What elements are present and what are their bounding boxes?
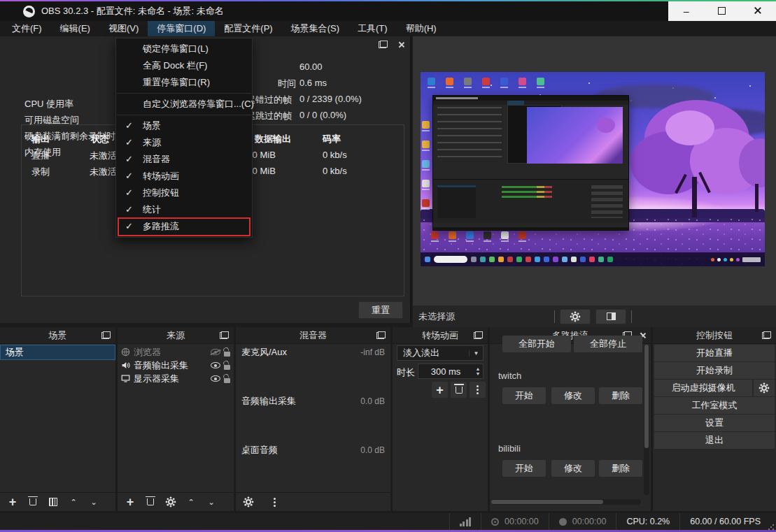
add-source-button[interactable]: + <box>123 495 137 509</box>
start-recording-button[interactable]: 开始录制 <box>654 362 775 379</box>
start-virtual-camera-button[interactable]: 启动虚拟摄像机 <box>654 380 752 396</box>
menu-item-controls[interactable]: ✓控制按钮 <box>116 185 252 201</box>
channel-name: 音频输出采集 <box>241 395 296 408</box>
stats-float-icon[interactable] <box>379 41 388 48</box>
menu-profile[interactable]: 配置文件(P) <box>215 21 281 36</box>
advanced-audio-button[interactable] <box>241 495 255 509</box>
transition-select[interactable]: 淡入淡出 ▼ <box>397 345 484 361</box>
menu-item-reset-docks[interactable]: ✓重置停靠窗口(R) <box>116 74 252 91</box>
mixer-float-icon[interactable] <box>376 331 386 339</box>
transitions-float-icon[interactable] <box>474 331 483 339</box>
scene-item-selected[interactable]: 场景 <box>0 345 115 360</box>
visibility-icon[interactable] <box>211 375 220 382</box>
transition-menu-button[interactable] <box>470 382 486 398</box>
duration-spinner[interactable]: 300 ms ▲▼ <box>418 364 484 379</box>
sources-float-icon[interactable] <box>220 331 229 339</box>
bilibili-edit-button[interactable]: 修改 <box>551 460 595 477</box>
menu-edit[interactable]: 编辑(E) <box>51 21 99 36</box>
close-icon <box>754 6 762 15</box>
stop-all-button[interactable]: 全部停止 <box>574 336 642 352</box>
menu-file[interactable]: 文件(F) <box>3 21 51 36</box>
col-status: 状态 <box>91 133 109 145</box>
menu-help[interactable]: 帮助(H) <box>397 21 446 36</box>
source-down-button[interactable]: ⌄ <box>204 495 218 509</box>
studio-mode-button[interactable]: 工作室模式 <box>654 397 775 414</box>
minimize-button[interactable]: – <box>672 6 700 17</box>
twitch-delete-button[interactable]: 删除 <box>599 387 642 404</box>
maximize-button[interactable] <box>708 6 736 17</box>
bilibili-start-button[interactable]: 开始 <box>502 460 546 477</box>
unlock-icon[interactable] <box>224 365 230 370</box>
source-row-display-capture[interactable]: 显示器采集 <box>118 372 234 385</box>
exit-button[interactable]: 退出 <box>654 432 775 449</box>
menu-item-custom-browser-docks[interactable]: ✓自定义浏览器停靠窗口...(C) <box>116 96 252 113</box>
desktop-icon <box>500 78 508 85</box>
controls-float-icon[interactable] <box>762 331 771 339</box>
preview-canvas[interactable] <box>421 72 765 266</box>
add-scene-button[interactable]: + <box>6 495 20 509</box>
menu-item-full-height-dock[interactable]: ✓全高 Dock 栏(F) <box>116 57 252 74</box>
source-row-audio-output[interactable]: 音频输出采集 <box>118 359 234 372</box>
scene-up-button[interactable]: ⌃ <box>66 495 80 509</box>
mixer-menu-button[interactable] <box>267 495 281 509</box>
wallpaper-taskbar <box>421 252 765 266</box>
twitch-start-button[interactable]: 开始 <box>502 387 546 404</box>
source-properties-button[interactable] <box>164 495 178 509</box>
source-up-button[interactable]: ⌃ <box>184 495 198 509</box>
remove-source-button[interactable] <box>143 495 157 509</box>
start-streaming-button[interactable]: 开始直播 <box>654 345 775 361</box>
live-dot-icon <box>491 518 499 526</box>
scenes-dock-header[interactable]: 场景 <box>0 327 115 344</box>
tree-trunk <box>692 177 697 217</box>
menu-item-mixer[interactable]: ✓混音器 <box>116 151 252 168</box>
menu-tools[interactable]: 工具(T) <box>348 21 397 36</box>
scenes-float-icon[interactable] <box>101 331 111 339</box>
spin-up-icon[interactable]: ▲ <box>476 366 481 371</box>
scene-filters-button[interactable] <box>46 495 60 509</box>
unlock-icon[interactable] <box>224 378 230 383</box>
sources-dock: 来源 浏览器 音频输出采集 显示器采集 + ⌃ ⌄ <box>118 327 234 511</box>
menu-item-stats[interactable]: ✓统计 <box>116 201 252 218</box>
reset-button[interactable]: 重置 <box>358 301 403 319</box>
start-all-button[interactable]: 全部开始 <box>502 336 571 352</box>
menu-scene-collection[interactable]: 场景集合(S) <box>282 21 348 36</box>
controls-dock: 控制按钮 开始直播 开始录制 启动虚拟摄像机 工作室模式 设置 退出 <box>653 327 776 511</box>
menu-item-lock-docks[interactable]: ✓锁定停靠窗口(L) <box>116 41 252 57</box>
desktop-icon <box>464 78 472 85</box>
stat-rendertime-label: 时间 <box>278 78 296 90</box>
visibility-icon[interactable] <box>211 362 220 368</box>
stats-close-icon[interactable] <box>397 41 404 48</box>
vertical-scrollbar[interactable] <box>644 345 649 495</box>
scene-down-button[interactable]: ⌄ <box>87 495 101 509</box>
menu-item-sources[interactable]: ✓来源 <box>116 134 252 151</box>
split-panel-icon <box>607 312 616 320</box>
visibility-off-icon[interactable] <box>211 349 220 355</box>
source-name: 浏览器 <box>134 346 207 359</box>
settings-button[interactable]: 设置 <box>654 415 775 431</box>
menu-view[interactable]: 视图(V) <box>99 21 148 36</box>
twitch-edit-button[interactable]: 修改 <box>551 387 595 404</box>
menu-docks[interactable]: 停靠窗口(D) <box>148 21 215 36</box>
mixer-dock-header[interactable]: 混音器 <box>236 327 390 344</box>
virtual-camera-settings-button[interactable] <box>754 380 775 396</box>
close-button[interactable] <box>744 6 772 17</box>
sources-dock-header[interactable]: 来源 <box>118 327 234 344</box>
menu-separator <box>117 115 251 115</box>
add-transition-button[interactable]: + <box>432 382 448 398</box>
preview-split-button[interactable] <box>595 309 626 324</box>
remove-scene-button[interactable] <box>26 495 40 509</box>
spin-down-icon[interactable]: ▼ <box>476 371 481 376</box>
maximize-icon <box>718 7 726 15</box>
menu-item-transitions[interactable]: ✓转场动画 <box>116 168 252 185</box>
menu-item-scenes[interactable]: ✓场景 <box>116 117 252 134</box>
controls-dock-header[interactable]: 控制按钮 <box>653 327 776 344</box>
source-row-browser[interactable]: 浏览器 <box>118 345 234 359</box>
remove-transition-button[interactable] <box>451 382 467 398</box>
horizontal-scrollbar[interactable] <box>491 499 641 505</box>
unlock-icon[interactable] <box>224 352 230 357</box>
preview-settings-button[interactable] <box>560 309 591 324</box>
desktop-icon <box>422 121 430 129</box>
stat-skipped-value: 0 / 0 (0.0%) <box>299 110 346 120</box>
transitions-dock-header[interactable]: 转场动画 <box>393 327 488 344</box>
bilibili-delete-button[interactable]: 删除 <box>599 460 642 477</box>
